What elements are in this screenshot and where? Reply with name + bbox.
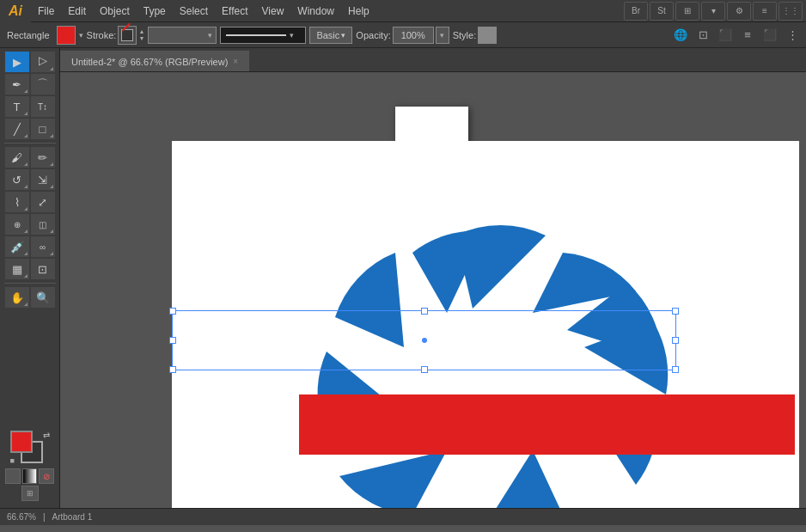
fill-color-swatch[interactable]: [57, 26, 76, 45]
menu-file[interactable]: File: [31, 0, 61, 22]
opacity-dropdown-btn[interactable]: ▾: [436, 27, 449, 44]
distribute-icon[interactable]: ⋮: [782, 25, 803, 46]
stroke-spinners[interactable]: ▲ ▼: [138, 28, 144, 42]
gradient-swatch[interactable]: [22, 468, 38, 484]
direct-selection-tool[interactable]: ◁: [31, 52, 55, 72]
tri-indicator: [24, 112, 27, 115]
separator-2: [4, 283, 56, 284]
profile-arrow: ▾: [341, 31, 345, 40]
artwork: [172, 141, 799, 508]
app-logo: Ai: [0, 0, 31, 22]
style-section: Style:: [453, 27, 498, 44]
blend-tool[interactable]: ∞: [31, 236, 55, 257]
gradient-tool[interactable]: ◫: [31, 214, 55, 235]
art-canvas[interactable]: [172, 141, 799, 508]
rotate-tool[interactable]: ↺: [5, 169, 29, 190]
profile-label[interactable]: Basic ▾: [309, 27, 352, 44]
globe-icon[interactable]: 🌐: [670, 25, 691, 46]
stock-icon[interactable]: St: [650, 2, 674, 21]
tri-indicator: [50, 185, 53, 188]
arrange-icon[interactable]: ≡: [753, 2, 777, 21]
menu-window[interactable]: Window: [290, 0, 341, 22]
shape-builder-tool[interactable]: ⊕: [5, 214, 29, 235]
blend-icon: ∞: [40, 242, 46, 252]
document-tab[interactable]: Untitled-2* @ 66.67% (RGB/Preview) ×: [60, 51, 249, 71]
hand-tool[interactable]: ✋: [5, 287, 29, 308]
warp-tool[interactable]: ⌇: [5, 192, 29, 212]
workspace-switcher-icon[interactable]: ⊞: [675, 2, 699, 21]
canvas-area[interactable]: Untitled-2* @ 66.67% (RGB/Preview) ×: [60, 48, 806, 508]
stroke-color-box[interactable]: [118, 26, 137, 45]
style-box[interactable]: [478, 27, 497, 44]
tri-indicator: [24, 274, 27, 278]
color-mode-btn[interactable]: [5, 468, 21, 484]
artboard-icon[interactable]: ⊡: [693, 25, 713, 46]
palette-row3: ⊞: [5, 486, 54, 501]
zoom-icon: 🔍: [36, 291, 50, 304]
reset-colors-btn[interactable]: ■: [10, 456, 15, 465]
workspace-menu-icon[interactable]: ▾: [701, 2, 725, 21]
touch-type-tool[interactable]: T↕: [31, 96, 55, 117]
align-right-icon[interactable]: ⬛: [760, 25, 780, 46]
profile-value: Basic: [316, 30, 339, 40]
menu-edit[interactable]: Edit: [61, 0, 93, 22]
workspace[interactable]: [60, 72, 806, 508]
screen-mode-btn[interactable]: ⊞: [21, 486, 39, 501]
paintbrush-icon: 🖌: [11, 151, 22, 164]
rectangle-tool[interactable]: □: [31, 119, 55, 139]
opacity-section: Opacity: 100% ▾: [356, 27, 449, 44]
stroke-width-arrow: ▾: [208, 31, 212, 40]
fill-dropdown-arrow[interactable]: ▾: [79, 31, 83, 40]
scale-tool[interactable]: ⇲: [31, 169, 55, 190]
stroke-line-preview: [226, 34, 286, 36]
tri-indicator: [24, 252, 27, 255]
rotate-icon: ↺: [12, 174, 21, 187]
tab-title: Untitled-2* @ 66.67% (RGB/Preview): [71, 57, 228, 67]
app-settings-icon[interactable]: ⚙: [727, 2, 751, 21]
menu-object[interactable]: Object: [93, 0, 137, 22]
eyedropper-icon: 💉: [10, 241, 24, 254]
menu-help[interactable]: Help: [341, 0, 376, 22]
swap-colors-btn[interactable]: ⇄: [43, 431, 50, 440]
menu-right-icons: Br St ⊞ ▾ ⚙ ≡ ⋮⋮: [624, 2, 806, 21]
free-transform-tool[interactable]: ⤢: [31, 192, 55, 212]
opacity-value[interactable]: 100%: [393, 27, 434, 44]
line-tool[interactable]: ╱: [5, 119, 29, 139]
stroke-width-dropdown[interactable]: ▾: [148, 27, 217, 44]
align-center-icon[interactable]: ≡: [737, 25, 758, 46]
tool-row-9: 💉 ∞: [2, 236, 58, 257]
tool-row-2: ✒ ⌒: [2, 74, 58, 95]
menu-view[interactable]: View: [255, 0, 291, 22]
menu-bar: Ai File Edit Object Type Select Effect V…: [0, 0, 806, 22]
palette-colors: ⇄ ■ ⊘ ⊞: [2, 427, 58, 504]
tool-row-3: T T↕: [2, 96, 58, 117]
stroke-line-arrow: ▾: [290, 31, 294, 40]
column-graph-tool[interactable]: ▦: [5, 259, 29, 279]
tri-indicator: [24, 134, 27, 138]
stroke-line-style[interactable]: ▾: [220, 27, 306, 44]
style-label: Style:: [453, 30, 477, 40]
type-tool[interactable]: T: [5, 96, 29, 117]
eyedropper-tool[interactable]: 💉: [5, 236, 29, 257]
pen-tool[interactable]: ✒: [5, 74, 29, 95]
zoom-level: 66.67%: [7, 512, 36, 522]
paintbrush-tool[interactable]: 🖌: [5, 147, 29, 168]
pencil-icon: ✏: [38, 151, 47, 164]
curvature-tool[interactable]: ⌒: [31, 74, 55, 95]
menu-select[interactable]: Select: [173, 0, 215, 22]
artboard-tool[interactable]: ⊡: [31, 259, 55, 279]
tab-close-btn[interactable]: ×: [233, 57, 238, 66]
bridge-icon[interactable]: Br: [624, 2, 648, 21]
none-swatch[interactable]: ⊘: [39, 468, 54, 484]
selection-tool[interactable]: ▶: [5, 52, 29, 72]
arrange2-icon[interactable]: ⋮⋮: [779, 2, 803, 21]
align-left-icon[interactable]: ⬛: [715, 25, 736, 46]
tool-row-6: ↺ ⇲: [2, 169, 58, 190]
pencil-tool[interactable]: ✏: [31, 147, 55, 168]
warp-icon: ⌇: [15, 196, 20, 209]
menu-type[interactable]: Type: [137, 0, 173, 22]
direct-selection-icon: ◁: [39, 56, 47, 69]
foreground-color-swatch[interactable]: [10, 431, 33, 453]
zoom-tool[interactable]: 🔍: [31, 287, 55, 308]
menu-effect[interactable]: Effect: [215, 0, 254, 22]
